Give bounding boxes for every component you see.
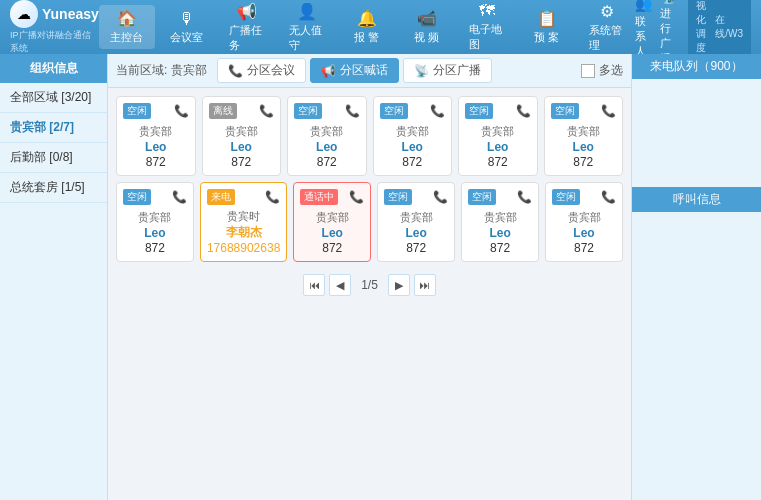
multiselect-checkbox[interactable] [581,64,595,78]
nav-item-alarm[interactable]: 🔔 报 警 [339,5,395,49]
phone-icon: 📞 [172,190,187,204]
card-name: Leo [402,140,423,154]
phone-icon: 📞 [345,104,360,118]
sidebar: 组织信息 全部区域 [3/20] 贵宾部 [2/7] 后勤部 [0/8] 总统套… [0,54,108,500]
header: ☁ Yuneasy IP广播对讲融合通信系统 🏠 主控台 🎙 会议室 📢 广播任… [0,0,761,54]
card-name: Leo [573,226,594,240]
card-status: 空闲 [551,103,579,119]
card-name: Leo [489,226,510,240]
phone-icon: 📞 [601,190,616,204]
logo-sub: IP广播对讲融合通信系统 [10,29,99,55]
card-status: 空闲 [294,103,322,119]
card-status: 空闲 [465,103,493,119]
phone-icon: 📞 [430,104,445,118]
sidebar-item-all[interactable]: 全部区域 [3/20] [0,83,107,113]
phone-icon: 📞 [433,190,448,204]
cards-area: 空闲 📞 贵宾部 Leo 872 离线 📞 贵宾部 Leo 872 [108,88,631,500]
card-r1-5[interactable]: 空闲 📞 贵宾部 Leo 872 [544,96,624,176]
plan-icon: 📋 [537,9,557,28]
card-name: Leo [322,226,343,240]
bell-icon: 🔔 [357,9,377,28]
card-name: Leo [406,226,427,240]
card-r2-3[interactable]: 空闲 📞 贵宾部 Leo 872 [377,182,455,262]
phone-icon: 📞 [259,104,274,118]
card-dept: 贵宾时 [227,209,260,224]
card-status: 离线 [209,103,237,119]
nav-item-main[interactable]: 🏠 主控台 [99,5,155,49]
card-r1-4[interactable]: 空闲 📞 贵宾部 Leo 872 [458,96,538,176]
right-panel: 来电队列（900） 呼叫信息 [631,54,761,500]
multiselect-area: 多选 [581,62,623,79]
gear-icon: ⚙ [600,2,614,21]
sidebar-item-logistics[interactable]: 后勤部 [0/8] [0,143,107,173]
sidebar-item-suite[interactable]: 总统套房 [1/5] [0,173,107,203]
cards-row1: 空闲 📞 贵宾部 Leo 872 离线 📞 贵宾部 Leo 872 [116,96,623,176]
tab-broadcast[interactable]: 📡 分区广播 [403,58,492,83]
card-status: 空闲 [384,189,412,205]
card-dept: 贵宾部 [316,210,349,225]
card-r2-1[interactable]: 来电 📞 贵宾时 李朝杰 17688902638 [200,182,287,262]
card-dept: 贵宾部 [400,210,433,225]
contact-label[interactable]: 联系人 [635,14,652,59]
card-name: Leo [144,226,165,240]
queue-title: 来电队列（900） [632,54,761,79]
card-r1-0[interactable]: 空闲 📞 贵宾部 Leo 872 [116,96,196,176]
nav-item-video[interactable]: 📹 视 频 [399,5,455,49]
home-icon: 🏠 [117,9,137,28]
phone-icon: 📞 [265,190,280,204]
card-status: 空闲 [468,189,496,205]
card-num: 872 [317,155,337,169]
map-icon: 🗺 [479,2,495,20]
card-status: 空闲 [380,103,408,119]
tab-conference[interactable]: 📞 分区会议 [217,58,306,83]
card-r1-2[interactable]: 空闲 📞 贵宾部 Leo 872 [287,96,367,176]
person-icon: 👤 [297,2,317,21]
page-first-btn[interactable]: ⏮ [303,274,325,296]
card-num: 872 [488,155,508,169]
phone-icon: 📞 [601,104,616,118]
tab-shout-icon: 📢 [321,64,336,78]
logo-name: Yuneasy [42,6,99,22]
card-status: 空闲 [552,189,580,205]
tab-broadcast-icon: 📡 [414,64,429,78]
broadcast-icon: 📢 [237,2,257,21]
sidebar-title: 组织信息 [0,54,107,83]
contact-icon: 👥 [635,0,652,12]
card-r2-2[interactable]: 通话中 📞 贵宾部 Leo 872 [293,182,371,262]
page-prev-btn[interactable]: ◀ [329,274,351,296]
card-r2-0[interactable]: 空闲 📞 贵宾部 Leo 872 [116,182,194,262]
nav-item-broadcast[interactable]: 📢 广播任务 [219,0,275,57]
page-info: 1/5 [355,278,384,292]
card-num: 17688902638 [207,241,280,255]
main-nav: 🏠 主控台 🎙 会议室 📢 广播任务 👤 无人值守 🔔 报 警 📹 视 频 🗺 … [99,0,635,57]
page-last-btn[interactable]: ⏭ [414,274,436,296]
tab-conference-icon: 📞 [228,64,243,78]
card-num: 872 [322,241,342,255]
main-area: 组织信息 全部区域 [3/20] 贵宾部 [2/7] 后勤部 [0/8] 总统套… [0,54,761,500]
sidebar-item-vip[interactable]: 贵宾部 [2/7] [0,113,107,143]
card-dept: 贵宾部 [568,210,601,225]
card-name: Leo [145,140,166,154]
online-info: 在线/W3 [715,13,743,41]
nav-item-map[interactable]: 🗺 电子地图 [459,0,515,56]
nav-item-conference[interactable]: 🎙 会议室 [159,6,215,49]
card-r2-4[interactable]: 空闲 📞 贵宾部 Leo 872 [461,182,539,262]
card-status: 来电 [207,189,235,205]
card-dept: 贵宾部 [396,124,429,139]
card-r2-5[interactable]: 空闲 📞 贵宾部 Leo 872 [545,182,623,262]
content-area: 当前区域: 贵宾部 📞 分区会议 📢 分区喊话 📡 分区广播 多选 [108,54,631,500]
page-next-btn[interactable]: ▶ [388,274,410,296]
phone-icon: 📞 [349,190,364,204]
card-status: 空闲 [123,103,151,119]
card-name: Leo [573,140,594,154]
card-r1-1[interactable]: 离线 📞 贵宾部 Leo 872 [202,96,282,176]
nav-item-settings[interactable]: ⚙ 系统管理 [579,0,635,57]
phone-icon: 📞 [174,104,189,118]
logo-icon: ☁ [10,0,38,28]
card-r1-3[interactable]: 空闲 📞 贵宾部 Leo 872 [373,96,453,176]
card-dept: 贵宾部 [567,124,600,139]
nav-item-plan[interactable]: 📋 预 案 [519,5,575,49]
phone-icon: 📞 [516,104,531,118]
nav-item-unmanned[interactable]: 👤 无人值守 [279,0,335,57]
tab-shout[interactable]: 📢 分区喊话 [310,58,399,83]
